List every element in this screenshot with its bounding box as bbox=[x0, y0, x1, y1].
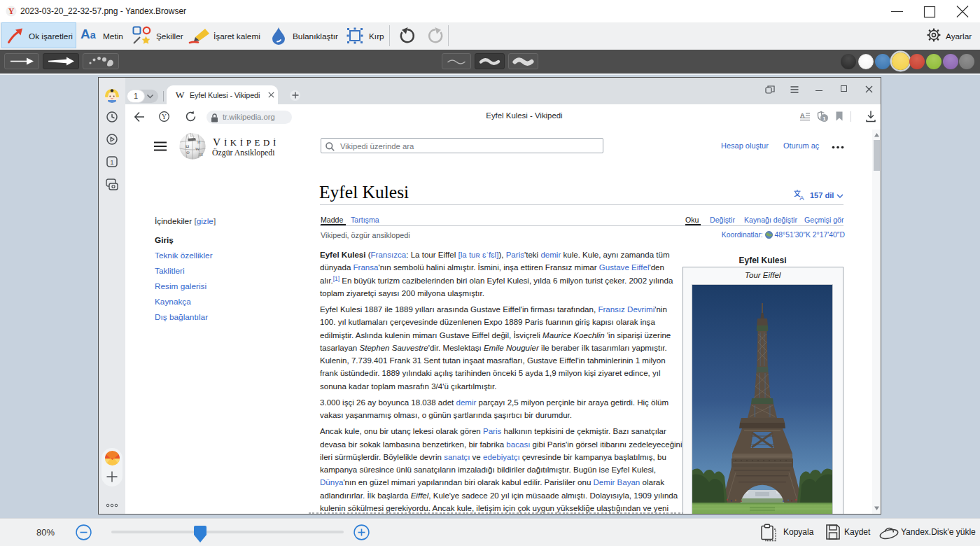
svg-text:И: И bbox=[197, 140, 201, 144]
svg-text:1: 1 bbox=[110, 159, 113, 166]
svg-text:Ф: Ф bbox=[186, 150, 190, 155]
svg-text:A: A bbox=[799, 194, 804, 200]
svg-text:1: 1 bbox=[822, 115, 826, 122]
svg-text:W: W bbox=[195, 146, 200, 152]
svg-text:Ω: Ω bbox=[186, 144, 189, 149]
svg-text:Y: Y bbox=[162, 113, 167, 120]
svg-text:Y: Y bbox=[8, 6, 15, 16]
svg-text:Ш: Ш bbox=[199, 153, 203, 157]
